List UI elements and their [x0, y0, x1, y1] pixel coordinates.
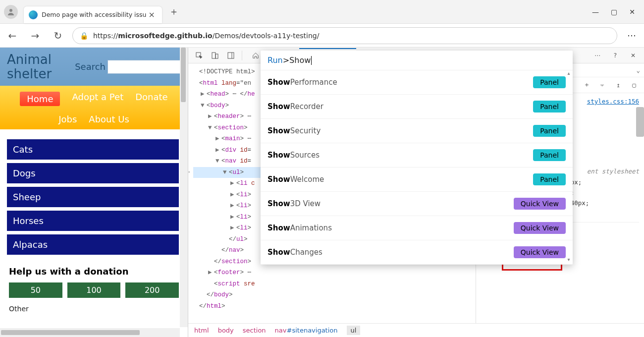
scroll-up-icon[interactable]: ▴ [566, 70, 572, 76]
command-badge: Quick View [514, 198, 566, 210]
command-item[interactable]: Show RecorderPanel [261, 95, 573, 119]
url-path: /Demos/devtools-a11y-testing/ [213, 32, 320, 40]
command-badge: Panel [533, 173, 566, 185]
computed-icon[interactable]: ▢ [628, 81, 640, 89]
user-agent-label: ent stylesheet [587, 168, 639, 175]
svg-rect-2 [212, 53, 215, 58]
site-title: Animalshelter [7, 53, 52, 81]
donate-50[interactable]: 50 [9, 282, 62, 298]
command-results: Show PerformancePanelShow RecorderPanelS… [261, 70, 573, 265]
command-item[interactable]: Show SourcesPanel [261, 143, 573, 168]
dom-tree-line[interactable]: ▶<footer> ⋯ [193, 267, 456, 279]
site-nav: Home Adopt a Pet Donate Jobs About Us [0, 86, 188, 129]
svg-rect-3 [215, 54, 218, 58]
browser-tab-strip: Demo page with accessibility issu × ＋ — … [0, 0, 644, 24]
command-item[interactable]: Show ChangesQuick View [261, 240, 573, 265]
scrollbar-vertical[interactable] [180, 48, 188, 327]
devtools-menu-button[interactable]: ⋯ [590, 49, 604, 62]
command-badge: Panel [533, 76, 566, 88]
search-label: Search [75, 61, 106, 72]
side-nav: Cats Dogs Sheep Horses Alpacas [0, 129, 188, 261]
command-palette: Run >Show Show PerformancePanelShow Reco… [261, 51, 573, 265]
command-item[interactable]: Show AnimationsQuick View [261, 216, 573, 240]
maximize-button[interactable]: ▢ [611, 8, 617, 16]
command-item[interactable]: Show 3D ViewQuick View [261, 192, 573, 216]
command-badge: Panel [533, 125, 566, 137]
dom-tree-line[interactable]: </html> [193, 301, 456, 312]
devtools-close-button[interactable]: ✕ [626, 49, 640, 62]
inspect-icon[interactable] [192, 49, 206, 62]
donation-heading: Help us with a donation [9, 266, 179, 277]
command-badge: Panel [533, 149, 566, 161]
command-badge: Quick View [514, 246, 566, 258]
command-input[interactable]: Run >Show [261, 51, 573, 70]
styles-chevron-icon[interactable]: ⌄ [636, 66, 640, 74]
text-cursor [311, 56, 312, 65]
search-input[interactable] [107, 60, 181, 74]
back-button[interactable]: ← [4, 27, 21, 44]
donation-section: Help us with a donation 50 100 200 [0, 261, 188, 303]
browser-menu-button[interactable]: ⋯ [623, 30, 640, 41]
nav-jobs[interactable]: Jobs [58, 114, 77, 124]
minimize-button[interactable]: — [592, 8, 599, 16]
forward-button[interactable]: → [27, 27, 44, 44]
new-style-icon[interactable]: ＋ [581, 81, 592, 89]
sidebar-item-cats[interactable]: Cats [7, 139, 179, 160]
website-viewport: Animalshelter Search Home Adopt a Pet Do… [0, 48, 188, 337]
command-badge: Panel [533, 101, 566, 112]
donation-other-label: Other [0, 303, 188, 313]
command-item[interactable]: Show SecurityPanel [261, 119, 573, 143]
command-prefix: Run [268, 56, 283, 65]
crumb-body[interactable]: body [218, 327, 234, 334]
command-query: Show [289, 56, 311, 65]
svg-point-0 [9, 9, 12, 12]
window-controls: — ▢ ✕ [592, 8, 640, 16]
sidebar-item-sheep[interactable]: Sheep [7, 187, 179, 207]
nav-about[interactable]: About Us [89, 114, 129, 124]
scroll-down-icon[interactable]: ▾ [566, 257, 572, 263]
donate-100[interactable]: 100 [67, 282, 121, 298]
dom-breadcrumb[interactable]: html body section nav#sitenavigation ul [188, 323, 644, 337]
crumb-html[interactable]: html [194, 327, 209, 334]
url-host: microsoftedge.github.io [118, 32, 213, 40]
address-bar-row: ← → ↻ 🔒 https://microsoftedge.github.io/… [0, 24, 644, 48]
sidebar-item-horses[interactable]: Horses [7, 211, 179, 231]
crumb-section[interactable]: section [243, 327, 266, 334]
svg-rect-4 [228, 53, 234, 58]
refresh-button[interactable]: ↻ [50, 27, 66, 44]
new-tab-button[interactable]: ＋ [169, 5, 179, 18]
tab-close-button[interactable]: × [146, 10, 157, 19]
toggle-classes-icon[interactable]: ⫟ [596, 81, 608, 89]
edge-icon [29, 10, 38, 19]
crumb-nav[interactable]: nav#sitenavigation [275, 327, 338, 334]
profile-icon[interactable] [4, 5, 18, 19]
nav-adopt[interactable]: Adopt a Pet [72, 92, 123, 106]
command-item[interactable]: Show PerformancePanel [261, 70, 573, 95]
command-badge: Quick View [514, 222, 566, 234]
lock-icon: 🔒 [80, 32, 88, 40]
dom-tree-line[interactable]: </body> [193, 289, 456, 301]
nav-donate[interactable]: Donate [135, 92, 167, 106]
browser-tab[interactable]: Demo page with accessibility issu × [24, 6, 162, 23]
dock-icon[interactable] [224, 49, 238, 62]
sidebar-item-alpacas[interactable]: Alpacas [7, 234, 179, 255]
command-item[interactable]: Show WelcomePanel [261, 168, 573, 192]
address-bar[interactable]: 🔒 https://microsoftedge.github.io/Demos/… [72, 27, 617, 44]
site-header: Animalshelter Search [0, 48, 188, 86]
crumb-ul[interactable]: ul [347, 326, 361, 335]
tab-title: Demo page with accessibility issu [42, 11, 146, 18]
dom-tree-line[interactable]: <script sre [193, 279, 456, 290]
close-window-button[interactable]: ✕ [629, 8, 635, 16]
scrollbar-horizontal[interactable] [0, 328, 180, 337]
help-icon[interactable]: ? [608, 49, 622, 62]
styles-scrollbar[interactable] [636, 107, 644, 137]
toggle-state-icon[interactable]: ↥ [612, 81, 624, 89]
sidebar-item-dogs[interactable]: Dogs [7, 163, 179, 183]
device-icon[interactable] [208, 49, 222, 62]
donate-200[interactable]: 200 [125, 282, 179, 298]
nav-home[interactable]: Home [20, 92, 60, 106]
stylesheet-link[interactable]: styles.css:156 [587, 96, 639, 107]
